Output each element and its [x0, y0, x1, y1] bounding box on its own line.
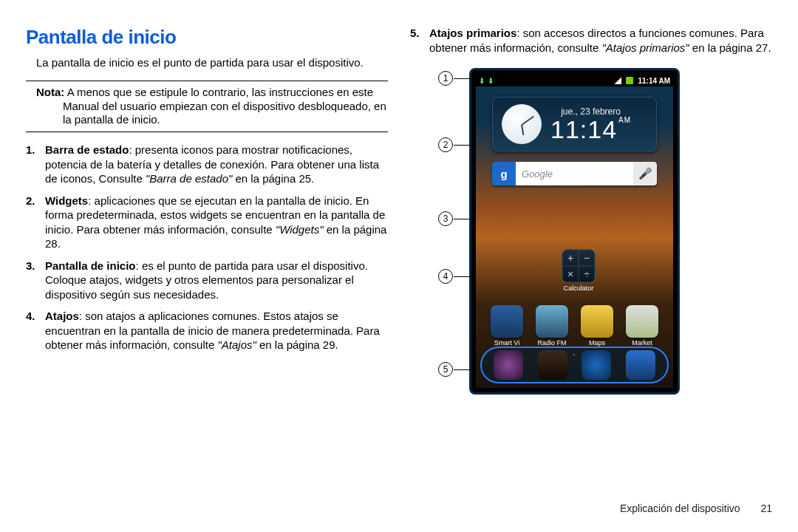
- item-label: Barra de estado: [45, 143, 129, 156]
- item-label: Atajos: [45, 310, 79, 322]
- list-item: 4. Atajos: son atajos a aplicaciones com…: [45, 309, 388, 352]
- dock-music-icon: [494, 350, 523, 380]
- download-icon: ⬇: [488, 77, 494, 85]
- list-item: 1. Barra de estado: presenta iconos para…: [45, 143, 388, 186]
- clock-icon: [502, 104, 542, 144]
- shortcut-label: Market: [620, 339, 664, 347]
- callout-2: 2: [438, 137, 453, 152]
- app-icon: [491, 305, 523, 338]
- shortcut-item: Maps: [575, 305, 619, 347]
- intro-text: La pantalla de inicio es el punto de par…: [36, 56, 388, 70]
- dock-apps-icon: [626, 350, 655, 380]
- shortcut-item: Market: [620, 305, 664, 347]
- callout-1: 1: [438, 71, 453, 86]
- callout-4: 4: [438, 269, 453, 284]
- note-text: A menos que se estipule lo contrario, la…: [63, 86, 386, 126]
- app-icon: [536, 305, 568, 338]
- signal-icon: [614, 77, 621, 84]
- shortcut-label: Radio FM: [530, 339, 574, 347]
- item-number: 4.: [26, 309, 35, 324]
- dock-video-icon: [538, 350, 567, 380]
- search-widget: g Google 🎤: [492, 162, 657, 185]
- shortcut-item: Radio FM: [530, 305, 574, 347]
- clock-widget: jue., 23 febrero 11:14AM: [492, 97, 657, 151]
- home-screen: jue., 23 febrero 11:14AM g Google 🎤 +−×÷…: [476, 86, 673, 388]
- item-number: 2.: [26, 194, 35, 208]
- clock-time: 11:14AM: [550, 117, 631, 142]
- item-tail: en la página 25.: [232, 172, 314, 185]
- callout-5: 5: [438, 362, 453, 377]
- note-block: Nota: A menos que se estipule lo contrar…: [26, 81, 388, 132]
- google-icon: g: [492, 162, 516, 185]
- calculator-widget: +−×÷: [562, 249, 596, 283]
- app-icon: [626, 305, 658, 338]
- dock-browser-icon: [582, 350, 611, 380]
- callout-3: 3: [438, 211, 453, 226]
- clock-date: jue., 23 febrero: [550, 106, 631, 117]
- footer-section: Explicación del dispositivo: [620, 502, 740, 514]
- list-item: 5. Atajos primarios: son accesos directo…: [410, 26, 772, 55]
- item-ref: "Atajos primarios": [601, 41, 689, 54]
- item-number: 5.: [410, 26, 420, 41]
- shortcut-row: Smart Vi Radio FM Maps Market: [485, 305, 664, 347]
- list-item: 3. Pantalla de inicio: es el punto de pa…: [45, 259, 388, 302]
- item-number: 1.: [26, 143, 35, 157]
- item-list-left: 1. Barra de estado: presenta iconos para…: [26, 143, 388, 352]
- phone-mockup: ⬇ ⬇ 11:14 AM jue., 23 febrero 11:14AM: [469, 68, 680, 395]
- item-ref: "Atajos": [217, 338, 256, 351]
- mic-icon: 🎤: [633, 162, 657, 185]
- item-tail: en la página 29.: [256, 338, 338, 351]
- item-tail: en la página 27.: [689, 41, 771, 54]
- app-icon: [581, 305, 613, 338]
- item-label: Atajos primarios: [429, 27, 516, 39]
- shortcut-label: Maps: [575, 339, 619, 347]
- shortcut-label: Smart Vi: [485, 339, 529, 347]
- item-ref: "Barra de estado": [146, 172, 232, 185]
- list-item: 2. Widgets: aplicaciones que se ejecutan…: [45, 194, 388, 251]
- item-ref: "Widgets": [276, 223, 324, 236]
- note-label: Nota:: [36, 86, 64, 98]
- search-placeholder: Google: [516, 162, 633, 185]
- page-title: Pantalla de inicio: [26, 26, 388, 49]
- page-number: 21: [760, 502, 772, 514]
- item-number: 3.: [26, 259, 35, 273]
- battery-icon: [626, 77, 633, 84]
- status-time: 11:14 AM: [638, 77, 670, 85]
- calculator-label: Calculator: [553, 284, 604, 292]
- primary-shortcuts-dock: [480, 347, 669, 383]
- footer: Explicación del dispositivo 21: [620, 502, 772, 514]
- item-label: Widgets: [45, 194, 88, 207]
- download-icon: ⬇: [479, 77, 485, 85]
- shortcut-item: Smart Vi: [485, 305, 529, 347]
- figure: 1 2 3 4 5 ⬇ ⬇ 11:14 AM: [410, 68, 772, 395]
- item-label: Pantalla de inicio: [45, 259, 136, 272]
- callouts: 1 2 3 4 5: [438, 68, 465, 395]
- status-bar: ⬇ ⬇ 11:14 AM: [476, 75, 673, 86]
